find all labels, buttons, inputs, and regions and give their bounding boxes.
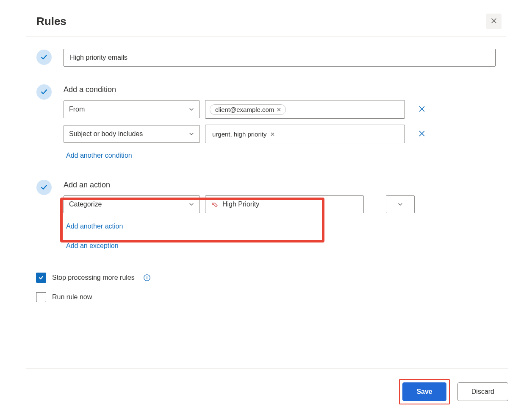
chip-label: urgent, high priority bbox=[212, 131, 266, 138]
step-complete-icon bbox=[36, 180, 52, 195]
condition-type-dropdown[interactable]: From bbox=[64, 100, 200, 118]
action-value-label: High Priority bbox=[222, 201, 259, 208]
chip-label: client@example.com bbox=[215, 106, 274, 113]
remove-condition-button[interactable] bbox=[416, 128, 428, 140]
footer-divider bbox=[26, 368, 508, 369]
x-icon bbox=[418, 130, 426, 139]
discard-button[interactable]: Discard bbox=[457, 382, 508, 401]
action-type-value: Categorize bbox=[69, 201, 102, 208]
run-rule-now-checkbox[interactable]: Run rule now bbox=[36, 292, 496, 302]
step-complete-icon bbox=[36, 84, 52, 100]
checkbox-checked-icon bbox=[36, 273, 46, 283]
rule-name-input[interactable] bbox=[64, 49, 496, 67]
close-icon bbox=[490, 17, 497, 25]
condition-type-value: From bbox=[69, 106, 85, 113]
action-value-field[interactable]: High Priority bbox=[205, 195, 364, 213]
stop-processing-checkbox[interactable]: Stop processing more rules bbox=[36, 273, 496, 283]
action-value-dropdown[interactable] bbox=[386, 195, 415, 213]
tag-icon bbox=[211, 201, 218, 208]
chevron-down-icon bbox=[188, 106, 194, 112]
action-section-label: Add an action bbox=[64, 181, 496, 189]
save-button[interactable]: Save bbox=[402, 382, 446, 401]
checkbox-unchecked-icon bbox=[36, 292, 46, 302]
info-icon[interactable] bbox=[143, 274, 151, 281]
condition-type-dropdown[interactable]: Subject or body includes bbox=[64, 125, 200, 143]
annotation-highlight-save: Save bbox=[399, 379, 449, 404]
remove-condition-button[interactable] bbox=[416, 103, 428, 115]
run-rule-now-label: Run rule now bbox=[52, 293, 92, 301]
add-action-link[interactable]: Add another action bbox=[66, 223, 123, 230]
chevron-down-icon bbox=[397, 201, 403, 207]
condition-value-chip[interactable]: urgent, high priority bbox=[210, 129, 278, 139]
chevron-down-icon bbox=[188, 131, 194, 137]
chip-remove-icon[interactable] bbox=[270, 132, 275, 137]
step-complete-icon bbox=[36, 50, 52, 65]
condition-value-field[interactable]: urgent, high priority bbox=[205, 125, 405, 143]
svg-point-0 bbox=[213, 204, 214, 205]
page-title: Rules bbox=[36, 15, 66, 28]
condition-type-value: Subject or body includes bbox=[69, 130, 143, 138]
stop-processing-label: Stop processing more rules bbox=[52, 274, 135, 281]
close-button[interactable] bbox=[486, 14, 502, 29]
action-type-dropdown[interactable]: Categorize bbox=[64, 195, 200, 213]
add-condition-link[interactable]: Add another condition bbox=[66, 152, 132, 159]
svg-point-2 bbox=[147, 276, 147, 277]
x-icon bbox=[418, 105, 426, 114]
condition-section-label: Add a condition bbox=[64, 85, 496, 94]
condition-value-chip[interactable]: client@example.com bbox=[210, 104, 286, 115]
svg-rect-3 bbox=[147, 277, 147, 279]
condition-value-field[interactable]: client@example.com bbox=[205, 100, 405, 119]
chevron-down-icon bbox=[188, 201, 194, 207]
chip-remove-icon[interactable] bbox=[277, 107, 281, 112]
add-exception-link[interactable]: Add an exception bbox=[66, 242, 119, 250]
